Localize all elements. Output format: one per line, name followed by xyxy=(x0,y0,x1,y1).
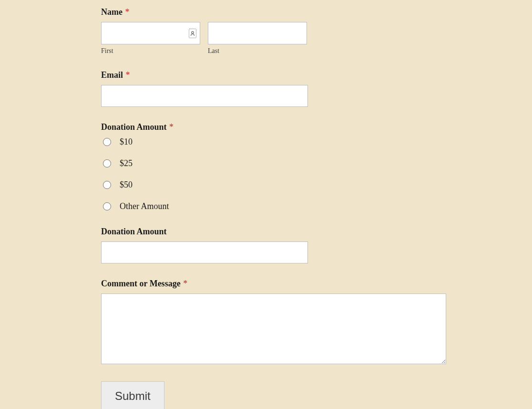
name-field-block: Name * First Last xyxy=(101,7,532,55)
donation-option-other[interactable]: Other Amount xyxy=(103,201,532,211)
submit-button[interactable]: Submit xyxy=(101,381,164,409)
email-required-marker: * xyxy=(126,70,130,80)
last-name-column: Last xyxy=(208,22,307,55)
comment-textarea[interactable] xyxy=(101,294,446,364)
donation-option-other-label: Other Amount xyxy=(120,201,169,211)
first-name-input[interactable] xyxy=(101,22,200,44)
donation-radio-25[interactable] xyxy=(103,159,111,168)
donation-radio-list: $10 $25 $50 Other Amount xyxy=(101,137,532,211)
donation-amount-label-text: Donation Amount xyxy=(101,122,167,132)
name-required-marker: * xyxy=(125,7,129,17)
comment-block: Comment or Message * xyxy=(101,279,532,366)
donation-custom-block: Donation Amount xyxy=(101,227,532,263)
first-name-wrap xyxy=(101,22,200,44)
name-label-text: Name xyxy=(101,7,123,17)
email-label: Email * xyxy=(101,70,532,80)
donation-radio-50[interactable] xyxy=(103,181,111,189)
donation-custom-input[interactable] xyxy=(101,241,308,263)
donation-option-10[interactable]: $10 xyxy=(103,137,532,147)
submit-button-label: Submit xyxy=(115,389,151,402)
email-label-text: Email xyxy=(101,70,123,80)
last-name-sublabel: Last xyxy=(208,47,307,55)
comment-required-marker: * xyxy=(183,279,187,288)
donation-option-10-label: $10 xyxy=(120,137,133,147)
comment-label-text: Comment or Message xyxy=(101,279,181,288)
email-field-block: Email * xyxy=(101,70,532,107)
donation-radio-other[interactable] xyxy=(103,202,111,210)
email-input[interactable] xyxy=(101,85,308,107)
first-name-column: First xyxy=(101,22,200,55)
donation-custom-label: Donation Amount xyxy=(101,227,532,237)
name-label: Name * xyxy=(101,7,532,17)
comment-label: Comment or Message * xyxy=(101,279,532,289)
donation-option-25[interactable]: $25 xyxy=(103,158,532,168)
first-name-sublabel: First xyxy=(101,47,200,55)
donation-amount-required-marker: * xyxy=(169,122,174,132)
donation-form: Name * First Last xyxy=(0,0,532,409)
donation-option-50-label: $50 xyxy=(120,180,133,190)
last-name-input[interactable] xyxy=(208,22,307,44)
donation-radio-10[interactable] xyxy=(103,138,111,146)
donation-amount-radio-block: Donation Amount * $10 $25 $50 Other Amou… xyxy=(101,122,532,211)
donation-option-25-label: $25 xyxy=(120,158,133,168)
name-row: First Last xyxy=(101,22,532,55)
donation-custom-label-text: Donation Amount xyxy=(101,227,167,236)
donation-amount-label: Donation Amount * xyxy=(101,122,532,132)
donation-option-50[interactable]: $50 xyxy=(103,180,532,190)
